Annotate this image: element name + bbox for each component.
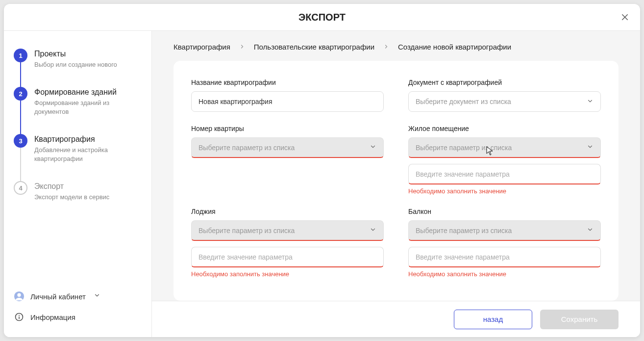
close-icon [620, 13, 629, 22]
info-item[interactable]: Информация [14, 307, 142, 327]
balcony-value-input[interactable] [408, 247, 601, 267]
apt-num-select[interactable]: Выберите параметр из списка [191, 137, 384, 158]
chevron-down-icon [370, 143, 376, 152]
loggia-select[interactable]: Выберите параметр из списка [191, 220, 384, 241]
step-kvartirografiya[interactable]: 3 Квартирография Добавление и настройка … [14, 134, 142, 163]
info-label: Информация [30, 313, 75, 321]
step-connector [20, 62, 21, 89]
living-placeholder: Выберите параметр из списка [416, 144, 512, 152]
field-balcony: Балкон Выберите параметр из списка Необх… [408, 208, 601, 278]
step-title: Проекты [34, 49, 117, 59]
balcony-label: Балкон [408, 208, 601, 215]
step-buildings[interactable]: 2 Формирование зданий Формирование здани… [14, 87, 142, 116]
step-badge: 2 [14, 87, 27, 101]
field-apt-num: Номер квартиры Выберите параметр из спис… [191, 125, 384, 195]
apt-num-placeholder: Выберите параметр из списка [198, 144, 295, 152]
step-badge: 4 [14, 181, 27, 195]
loggia-value-input[interactable] [191, 247, 384, 267]
chevron-down-icon [587, 226, 594, 235]
doc-placeholder: Выберите документ из списка [416, 98, 511, 105]
breadcrumb: Квартирография Пользовательские квартиро… [152, 31, 640, 61]
back-button[interactable]: назад [454, 310, 532, 329]
modal-title: ЭКСПОРТ [298, 12, 346, 23]
field-name: Название квартирографии [191, 79, 384, 112]
svg-point-3 [19, 315, 20, 316]
doc-label: Документ с квартирографией [408, 79, 601, 86]
doc-select[interactable]: Выберите документ из списка [408, 91, 601, 112]
info-icon [14, 312, 25, 322]
main-panel: Квартирография Пользовательские квартиро… [152, 31, 640, 337]
field-doc: Документ с квартирографией Выберите доку… [408, 79, 601, 112]
step-title: Экспорт [34, 181, 109, 192]
field-living: Жилое помещение Выберите параметр из спи… [408, 125, 601, 195]
chevron-right-icon [239, 43, 245, 51]
living-error: Необходимо заполнить значение [408, 187, 601, 195]
svg-point-1 [17, 293, 21, 297]
balcony-error: Необходимо заполнить значение [408, 270, 601, 278]
step-desc: Формирование зданий из документов [34, 99, 142, 116]
name-label: Название квартирографии [191, 79, 384, 86]
step-title: Квартирография [34, 134, 142, 145]
balcony-placeholder: Выберите параметр из списка [416, 227, 512, 235]
breadcrumb-item[interactable]: Пользовательские квартирографии [254, 43, 374, 51]
modal-header: ЭКСПОРТ [4, 4, 640, 31]
account-label: Личный кабинет [30, 292, 86, 301]
step-projects[interactable]: 1 Проекты Выбор или создание нового [14, 49, 142, 69]
step-connector [20, 148, 21, 182]
field-loggia: Лоджия Выберите параметр из списка Необх… [191, 208, 384, 278]
name-input[interactable] [191, 91, 384, 112]
account-item[interactable]: Личный кабинет [14, 286, 142, 307]
living-label: Жилое помещение [408, 125, 601, 132]
sidebar-bottom: Личный кабинет Информация [14, 286, 142, 327]
breadcrumb-item[interactable]: Квартирография [173, 43, 230, 51]
balcony-select[interactable]: Выберите параметр из списка [408, 220, 601, 241]
living-select[interactable]: Выберите параметр из списка [408, 137, 601, 158]
step-connector [20, 101, 21, 135]
chevron-down-icon [587, 98, 594, 106]
step-desc: Добавление и настройка квартирографии [34, 146, 142, 163]
export-modal: ЭКСПОРТ 1 Проекты Выбор или создание нов… [4, 4, 640, 337]
step-title: Формирование зданий [34, 87, 142, 98]
stepper: 1 Проекты Выбор или создание нового 2 Фо… [14, 49, 142, 286]
chevron-down-icon [370, 226, 376, 235]
step-export[interactable]: 4 Экспорт Экспорт модели в сервис [14, 181, 142, 202]
breadcrumb-item: Создание новой квартирографии [398, 43, 511, 51]
loggia-placeholder: Выберите параметр из списка [198, 227, 295, 235]
apt-num-label: Номер квартиры [191, 125, 384, 132]
loggia-error: Необходимо заполнить значение [191, 270, 384, 278]
step-badge: 3 [14, 134, 27, 148]
form-card: Название квартирографии Документ с кварт… [173, 61, 619, 301]
living-value-input[interactable] [408, 164, 601, 184]
sidebar: 1 Проекты Выбор или создание нового 2 Фо… [4, 31, 152, 337]
step-badge: 1 [14, 49, 27, 62]
avatar-icon [14, 291, 25, 302]
chevron-down-icon [94, 292, 100, 301]
save-button[interactable]: Сохранить [540, 310, 619, 329]
modal-body: 1 Проекты Выбор или создание нового 2 Фо… [4, 31, 640, 337]
step-desc: Выбор или создание нового [34, 60, 117, 69]
close-button[interactable] [619, 11, 631, 24]
svg-rect-4 [19, 316, 20, 319]
loggia-label: Лоджия [191, 208, 384, 215]
chevron-right-icon [383, 43, 389, 51]
chevron-down-icon [587, 143, 594, 152]
footer: назад Сохранить [152, 301, 640, 337]
step-desc: Экспорт модели в сервис [34, 193, 109, 202]
